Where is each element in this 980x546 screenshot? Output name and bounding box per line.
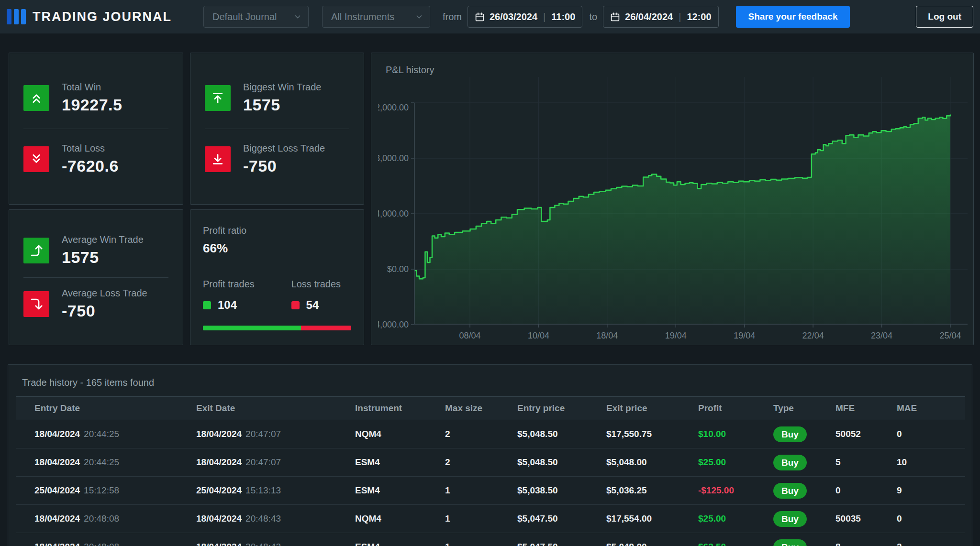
cell-max-size: 1 bbox=[426, 542, 499, 546]
corner-right-up-icon bbox=[23, 238, 49, 263]
svg-text:10/04: 10/04 bbox=[528, 331, 549, 340]
column-header-type: Type bbox=[755, 403, 817, 414]
svg-text:2,000.00: 2,000.00 bbox=[378, 103, 409, 112]
cell-entry-date: 18/04/202420:44:25 bbox=[16, 429, 178, 439]
cell-entry-date: 18/04/202420:48:08 bbox=[16, 542, 178, 546]
stat-label: Biggest Loss Trade bbox=[243, 143, 325, 154]
average-loss-stat: Average Loss Trade -750 bbox=[23, 278, 168, 331]
stat-value: 19227.5 bbox=[62, 96, 122, 114]
loss-trades-count: 54 bbox=[306, 298, 319, 312]
from-date-picker[interactable]: 26/03/2024 | 11:00 bbox=[468, 6, 582, 28]
journal-select[interactable]: Default Journal bbox=[203, 6, 309, 28]
loss-trades-label: Loss trades bbox=[291, 279, 341, 290]
cell-instrument: NQM4 bbox=[336, 429, 426, 439]
app-logo: TRADING JOURNAL bbox=[7, 9, 172, 24]
cell-entry-date: 25/04/202415:12:58 bbox=[16, 485, 178, 496]
svg-text:$0.00: $0.00 bbox=[387, 264, 409, 274]
from-time-value[interactable]: 11:00 bbox=[551, 11, 575, 22]
svg-text:22/04: 22/04 bbox=[802, 331, 824, 340]
cell-exit-date: 18/04/202420:47:07 bbox=[178, 457, 336, 468]
app-title: TRADING JOURNAL bbox=[33, 10, 172, 24]
cell-entry-price: $5,048.50 bbox=[499, 457, 588, 468]
profit-trades-label: Profit trades bbox=[203, 279, 255, 290]
pnl-chart-panel: P&L history 2,000.008,000.004,000.00$0.0… bbox=[371, 53, 974, 345]
arrow-down-to-line-icon bbox=[205, 146, 231, 172]
buy-badge: Buy bbox=[773, 483, 807, 499]
trade-history-panel: Trade history - 165 items found Entry Da… bbox=[8, 364, 972, 546]
table-row[interactable]: 25/04/202415:12:5825/04/202415:13:13ESM4… bbox=[16, 477, 965, 505]
share-feedback-button[interactable]: Share your feedback bbox=[736, 6, 850, 28]
to-date-picker[interactable]: 26/04/2024 | 12:00 bbox=[603, 6, 718, 28]
corner-right-down-icon bbox=[23, 291, 49, 317]
chevron-down-icon bbox=[415, 13, 423, 21]
biggest-win-loss-card: Biggest Win Trade 1575 Biggest Loss Trad… bbox=[190, 53, 364, 205]
cell-max-size: 2 bbox=[426, 457, 499, 468]
cell-profit: $25.00 bbox=[679, 513, 755, 524]
profit-trades-count: 104 bbox=[218, 298, 237, 312]
to-time-value[interactable]: 12:00 bbox=[687, 11, 711, 22]
table-row[interactable]: 18/04/202420:44:2518/04/202420:47:07NQM4… bbox=[16, 420, 965, 448]
average-win-loss-card: Average Win Trade 1575 Average Loss Trad… bbox=[9, 209, 183, 345]
total-win-stat: Total Win 19227.5 bbox=[23, 67, 168, 129]
stat-value: 1575 bbox=[243, 96, 321, 114]
logout-button[interactable]: Log out bbox=[916, 6, 973, 28]
cell-mfe: 50052 bbox=[817, 429, 878, 439]
stat-value: 1575 bbox=[62, 248, 144, 267]
average-win-stat: Average Win Trade 1575 bbox=[23, 224, 168, 277]
cell-exit-date: 18/04/202420:47:07 bbox=[178, 429, 336, 439]
stat-label: Total Loss bbox=[62, 143, 119, 154]
svg-text:23/04: 23/04 bbox=[871, 331, 892, 340]
ratio-bar-red bbox=[301, 326, 351, 330]
stat-label: Average Loss Trade bbox=[62, 288, 147, 299]
loss-trades-stat: Loss trades 54 bbox=[291, 279, 341, 312]
cell-mfe: 0 bbox=[817, 485, 878, 496]
column-header-profit: Profit bbox=[679, 403, 755, 414]
cell-profit: $25.00 bbox=[679, 457, 755, 468]
profit-ratio-label: Profit ratio bbox=[203, 225, 351, 236]
to-date-value: 26/04/2024 bbox=[625, 11, 673, 22]
cell-max-size: 1 bbox=[426, 513, 499, 524]
column-header-mae: MAE bbox=[878, 403, 965, 414]
instruments-select[interactable]: All Instruments bbox=[322, 6, 430, 28]
cell-type: Buy bbox=[755, 455, 817, 470]
instruments-select-value: All Instruments bbox=[331, 11, 394, 22]
column-header-exit-price: Exit price bbox=[588, 403, 679, 414]
cell-mfe: 50035 bbox=[817, 513, 878, 524]
cell-instrument: ESM4 bbox=[336, 542, 426, 546]
svg-text:18/04: 18/04 bbox=[596, 331, 618, 340]
cell-exit-price: $17,554.00 bbox=[588, 513, 679, 524]
table-row[interactable]: 18/04/202420:48:0818/04/202420:48:43NQM4… bbox=[16, 505, 965, 533]
buy-badge: Buy bbox=[773, 511, 807, 527]
svg-text:4,000.00: 4,000.00 bbox=[378, 209, 409, 218]
stats-grid: Total Win 19227.5 Total Loss -7620.6 Big… bbox=[9, 53, 364, 345]
buy-badge: Buy bbox=[773, 426, 807, 442]
cell-entry-date: 18/04/202420:44:25 bbox=[16, 457, 178, 468]
cell-mae: 9 bbox=[878, 485, 965, 496]
arrow-up-to-line-icon bbox=[205, 85, 231, 111]
cell-profit: -$125.00 bbox=[679, 485, 755, 496]
svg-text:19/04: 19/04 bbox=[734, 331, 755, 340]
trade-history-title: Trade history - 165 items found bbox=[22, 377, 154, 388]
total-loss-stat: Total Loss -7620.6 bbox=[23, 129, 168, 190]
stat-label: Average Win Trade bbox=[62, 234, 144, 245]
table-row[interactable]: 18/04/202420:48:0818/04/202420:48:43ESM4… bbox=[16, 533, 965, 546]
column-header-entry-price: Entry price bbox=[499, 403, 588, 414]
cell-exit-price: $5,048.00 bbox=[588, 457, 679, 468]
table-row[interactable]: 18/04/202420:44:2518/04/202420:47:07ESM4… bbox=[16, 448, 965, 477]
win-loss-ratio-bar bbox=[203, 326, 351, 330]
cell-entry-price: $5,047.50 bbox=[499, 513, 588, 524]
svg-text:4,000.00: 4,000.00 bbox=[378, 320, 409, 329]
cell-max-size: 2 bbox=[426, 429, 499, 439]
total-win-loss-card: Total Win 19227.5 Total Loss -7620.6 bbox=[9, 53, 183, 205]
stat-label: Total Win bbox=[62, 82, 122, 93]
column-header-max-size: Max size bbox=[426, 403, 499, 414]
chevrons-up-icon bbox=[23, 85, 49, 111]
biggest-win-stat: Biggest Win Trade 1575 bbox=[205, 67, 349, 129]
cell-instrument: ESM4 bbox=[336, 485, 426, 496]
biggest-loss-stat: Biggest Loss Trade -750 bbox=[205, 129, 349, 190]
stat-label: Biggest Win Trade bbox=[243, 82, 321, 93]
cell-exit-price: $5,049.00 bbox=[588, 542, 679, 546]
cell-instrument: ESM4 bbox=[336, 457, 426, 468]
buy-badge: Buy bbox=[773, 539, 807, 546]
cell-exit-price: $17,550.75 bbox=[588, 429, 679, 439]
